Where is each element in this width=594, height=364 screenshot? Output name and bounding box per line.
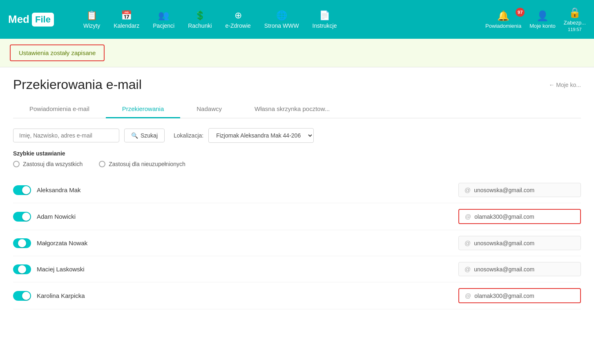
person-name-maciej-laskowski: Maciej Laskowski bbox=[37, 266, 248, 273]
toggle-knob bbox=[22, 213, 30, 221]
notifications-badge: 97 bbox=[516, 8, 525, 17]
back-link[interactable]: ← Moje ko... bbox=[549, 82, 581, 88]
nav-e-zdrowie[interactable]: ⊕ e-Zdrowie bbox=[220, 7, 257, 32]
nav-kalendarz[interactable]: 📅 Kalendarz bbox=[108, 7, 145, 32]
header-right: 🔔 97 Powiadomienia 👤 Moje konto 🔒 Zabezp… bbox=[485, 7, 586, 32]
toggle-maciej-laskowski[interactable] bbox=[13, 264, 31, 274]
notification-message: Ustawienia zostały zapisane bbox=[10, 44, 105, 61]
notification-text: Ustawienia zostały zapisane bbox=[19, 49, 96, 56]
quick-settings-label: Szybkie ustawianie bbox=[13, 150, 581, 157]
toggle-adam-nowicki[interactable] bbox=[13, 212, 31, 222]
nav-strona-www[interactable]: 🌐 Strona WWW bbox=[259, 7, 305, 32]
nav-instrukcje-label: Instrukcje bbox=[313, 22, 337, 29]
header-time: 119:57 bbox=[568, 27, 582, 32]
radio-wszystkich-label: Zastosuj dla wszystkich bbox=[23, 161, 83, 167]
nav-rachunki-label: Rachunki bbox=[188, 22, 212, 29]
nav-wizyty-label: Wizyty bbox=[83, 22, 100, 29]
tab-wlasna[interactable]: Własna skrzynka pocztow... bbox=[238, 100, 346, 118]
email-text-aleksandra-mak: unosowska@gmail.com bbox=[474, 187, 534, 193]
at-icon: @ bbox=[465, 213, 471, 220]
email-field-aleksandra-mak[interactable]: @unosowska@gmail.com bbox=[458, 183, 581, 197]
page-content: Przekierowania e-mail ← Moje ko... Powia… bbox=[0, 67, 594, 364]
email-field-karolina-karpicka[interactable]: @olamak300@gmail.com bbox=[458, 288, 581, 303]
pacjenci-icon: 👥 bbox=[158, 10, 169, 21]
person-name-malgorzata-nowak: Małgorzata Nowak bbox=[37, 240, 248, 246]
tab-powiadomienia-label: Powiadomienia e-mail bbox=[29, 105, 89, 112]
at-icon: @ bbox=[464, 266, 471, 273]
toggle-aleksandra-mak[interactable] bbox=[13, 185, 31, 195]
notification-banner: Ustawienia zostały zapisane bbox=[0, 39, 594, 67]
radio-circle-wszystkich bbox=[13, 161, 20, 167]
email-field-maciej-laskowski[interactable]: @unosowska@gmail.com bbox=[458, 262, 581, 276]
page-header: Przekierowania e-mail ← Moje ko... bbox=[13, 77, 581, 92]
e-zdrowie-icon: ⊕ bbox=[234, 10, 242, 21]
person-row: Adam Nowicki@olamak300@gmail.com bbox=[13, 203, 581, 230]
toggle-knob bbox=[22, 292, 30, 300]
radio-nieuzupelnionych[interactable]: Zastosuj dla nieuzupełnionych bbox=[99, 161, 185, 167]
kalendarz-icon: 📅 bbox=[121, 10, 132, 21]
tab-przekierowania[interactable]: Przekierowania bbox=[106, 100, 181, 118]
my-account-label: Moje konto bbox=[529, 23, 556, 29]
nav-kalendarz-label: Kalendarz bbox=[114, 22, 139, 29]
tab-nadawcy[interactable]: Nadawcy bbox=[180, 100, 238, 118]
nav-wizyty[interactable]: 📋 Wizyty bbox=[78, 7, 106, 32]
search-input[interactable] bbox=[13, 129, 119, 142]
tab-wlasna-label: Własna skrzynka pocztow... bbox=[255, 105, 330, 112]
radio-nieuzupelnionych-label: Zastosuj dla nieuzupełnionych bbox=[109, 161, 185, 167]
nav-e-zdrowie-label: e-Zdrowie bbox=[226, 22, 251, 29]
nav-pacjenci-label: Pacjenci bbox=[153, 22, 174, 29]
tab-powiadomienia[interactable]: Powiadomienia e-mail bbox=[13, 100, 106, 118]
at-icon: @ bbox=[464, 240, 471, 246]
notifications-label: Powiadomienia bbox=[485, 23, 521, 29]
person-name-karolina-karpicka: Karolina Karpicka bbox=[37, 292, 248, 299]
search-area: 🔍 Szukaj Lokalizacja: Fizjomak Aleksandr… bbox=[13, 128, 581, 143]
strona-www-icon: 🌐 bbox=[276, 10, 287, 21]
nav-pacjenci[interactable]: 👥 Pacjenci bbox=[147, 7, 180, 32]
at-icon: @ bbox=[465, 292, 471, 299]
toggle-knob bbox=[22, 186, 30, 194]
person-row: Małgorzata Nowak@unosowska@gmail.com bbox=[13, 230, 581, 256]
security-button[interactable]: 🔒 Zabezp... 119:57 bbox=[564, 7, 586, 32]
email-field-malgorzata-nowak[interactable]: @unosowska@gmail.com bbox=[458, 236, 581, 250]
bell-icon: 🔔 bbox=[497, 10, 509, 22]
page-title: Przekierowania e-mail bbox=[13, 77, 142, 92]
notifications-button[interactable]: 🔔 97 Powiadomienia bbox=[485, 10, 521, 29]
tab-przekierowania-label: Przekierowania bbox=[122, 105, 164, 112]
person-name-adam-nowicki: Adam Nowicki bbox=[37, 213, 248, 220]
toggle-knob bbox=[18, 265, 26, 273]
person-list: Aleksandra Mak@unosowska@gmail.comAdam N… bbox=[13, 177, 581, 309]
person-row: Maciej Laskowski@unosowska@gmail.com bbox=[13, 256, 581, 282]
toggle-karolina-karpicka[interactable] bbox=[13, 291, 31, 301]
at-icon: @ bbox=[464, 186, 471, 193]
person-name-aleksandra-mak: Aleksandra Mak bbox=[37, 186, 248, 193]
security-label: Zabezp... bbox=[564, 20, 586, 26]
radio-wszystkich[interactable]: Zastosuj dla wszystkich bbox=[13, 161, 83, 167]
person-row: Aleksandra Mak@unosowska@gmail.com bbox=[13, 177, 581, 203]
search-button-label: Szukaj bbox=[141, 132, 158, 139]
location-label: Lokalizacja: bbox=[174, 132, 203, 139]
nav-instrukcje[interactable]: 📄 Instrukcje bbox=[307, 7, 343, 32]
my-account-button[interactable]: 👤 Moje konto bbox=[529, 10, 556, 29]
person-row: Karolina Karpicka@olamak300@gmail.com bbox=[13, 282, 581, 309]
nav-strona-www-label: Strona WWW bbox=[264, 22, 299, 29]
tab-nadawcy-label: Nadawcy bbox=[197, 105, 222, 112]
main-nav: 📋 Wizyty 📅 Kalendarz 👥 Pacjenci 💲 Rachun… bbox=[78, 7, 481, 32]
logo-text-med: Med bbox=[8, 13, 29, 26]
logo-box: File bbox=[32, 13, 54, 27]
logo[interactable]: Med File bbox=[8, 13, 65, 27]
quick-settings: Szybkie ustawianie Zastosuj dla wszystki… bbox=[13, 150, 581, 167]
location-select[interactable]: Fizjomak Aleksandra Mak 44-206 bbox=[208, 128, 314, 143]
wizyty-icon: 📋 bbox=[86, 10, 97, 21]
email-field-adam-nowicki[interactable]: @olamak300@gmail.com bbox=[458, 209, 581, 224]
lock-icon: 🔒 bbox=[569, 7, 581, 18]
radio-group: Zastosuj dla wszystkich Zastosuj dla nie… bbox=[13, 161, 581, 167]
header: Med File 📋 Wizyty 📅 Kalendarz 👥 Pacjenci… bbox=[0, 0, 594, 39]
account-icon: 👤 bbox=[536, 10, 549, 22]
search-button[interactable]: 🔍 Szukaj bbox=[124, 129, 165, 142]
toggle-malgorzata-nowak[interactable] bbox=[13, 238, 31, 248]
instrukcje-icon: 📄 bbox=[319, 10, 330, 21]
email-text-maciej-laskowski: unosowska@gmail.com bbox=[474, 266, 534, 273]
email-text-karolina-karpicka: olamak300@gmail.com bbox=[474, 293, 534, 299]
email-text-malgorzata-nowak: unosowska@gmail.com bbox=[474, 240, 534, 246]
nav-rachunki[interactable]: 💲 Rachunki bbox=[182, 7, 217, 32]
